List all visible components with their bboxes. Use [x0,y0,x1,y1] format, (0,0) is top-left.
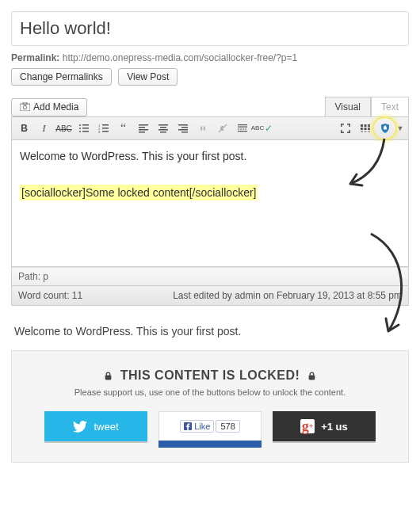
svg-rect-16 [139,127,145,128]
svg-rect-37 [368,128,370,130]
svg-rect-36 [364,128,366,130]
fullscreen-button[interactable] [336,120,354,137]
bullet-list-button[interactable] [74,120,93,137]
svg-rect-40 [368,131,370,132]
camera-icon [20,102,30,113]
svg-text:3: 3 [98,130,101,134]
number-list-button[interactable]: 123 [94,120,113,137]
svg-rect-25 [178,129,188,131]
svg-rect-31 [238,131,247,132]
editor-highlighted-shortcode: [sociallocker]Some locked content[/socia… [20,185,258,200]
tweet-button[interactable]: tweet [44,411,147,441]
lock-icon [307,372,316,380]
svg-point-5 [79,131,81,132]
svg-rect-41 [105,375,111,380]
svg-rect-21 [158,129,168,131]
lock-icon [104,372,113,380]
svg-line-27 [219,124,227,132]
editor-toolbar: B I ABC 123 “ ABC✓ ▼ [11,116,409,140]
link-button[interactable] [193,120,212,137]
svg-rect-39 [364,131,366,132]
editor-tabs: Visual Text [325,97,409,116]
add-media-label: Add Media [33,101,78,113]
svg-rect-23 [178,124,188,126]
locker-subtitle: Please support us, use one of the button… [26,387,394,397]
italic-button[interactable]: I [35,120,53,137]
svg-rect-38 [361,131,363,132]
blockquote-button[interactable]: “ [114,120,132,137]
tab-visual[interactable]: Visual [325,97,371,116]
more-tag-button[interactable] [233,120,251,137]
last-edited: Last edited by admin on February 19, 201… [173,290,402,301]
permalink-line: Permalink: http://demo.onepress-media.co… [11,52,409,63]
tab-text[interactable]: Text [371,97,409,116]
svg-rect-8 [82,131,89,132]
svg-point-4 [79,128,81,129]
svg-rect-42 [309,375,315,380]
permalink-label: Permalink: [11,52,59,63]
facebook-icon [184,422,192,430]
svg-rect-35 [361,128,363,130]
preview-text: Welcome to WordPress. This is your first… [0,306,420,338]
strikethrough-button[interactable]: ABC [55,120,73,137]
svg-rect-18 [139,132,145,133]
svg-rect-6 [82,124,89,126]
align-right-button[interactable] [174,120,192,137]
svg-rect-9 [102,124,109,126]
kitchen-sink-button[interactable] [356,120,374,137]
bold-button[interactable]: B [15,120,33,137]
svg-rect-34 [368,124,370,127]
locker-panel: THIS CONTENT IS LOCKED! Please support u… [11,350,409,463]
permalink-url: http://demo.onepress-media.com/socialloc… [63,52,297,63]
svg-rect-11 [102,131,109,132]
svg-rect-22 [160,132,166,133]
add-media-button[interactable]: Add Media [11,98,87,116]
view-post-button[interactable]: View Post [118,68,178,86]
change-permalinks-button[interactable]: Change Permalinks [11,68,112,86]
align-center-button[interactable] [154,120,172,137]
fb-under-bar [158,441,262,448]
svg-rect-26 [181,132,188,133]
gplus-icon: g+ [300,419,315,433]
svg-rect-10 [102,128,109,129]
gplus-label: +1 us [321,421,348,433]
twitter-icon [73,421,87,433]
svg-rect-29 [238,127,247,128]
svg-point-3 [79,124,81,126]
svg-rect-15 [139,124,148,126]
svg-rect-24 [181,127,188,128]
svg-rect-19 [158,124,168,126]
facebook-like-button[interactable]: Like 578 [158,411,262,441]
locker-title: THIS CONTENT IS LOCKED! [26,368,394,383]
unlink-button[interactable] [213,120,231,137]
editor-status-bar: Word count: 11 Last edited by admin on F… [11,286,409,306]
editor-line-1: Welcome to WordPress. This is your first… [20,150,400,162]
editor-content[interactable]: Welcome to WordPress. This is your first… [11,140,409,267]
like-count: 578 [216,420,239,433]
svg-rect-20 [160,127,166,128]
svg-rect-33 [364,124,366,127]
svg-rect-32 [361,124,363,127]
spellcheck-button[interactable]: ABC✓ [253,120,271,137]
word-count: Word count: 11 [18,290,82,301]
sociallocker-button[interactable] [376,120,394,137]
svg-rect-28 [238,124,247,125]
align-left-button[interactable] [134,120,152,137]
editor-path-bar: Path: p [11,267,409,286]
tweet-label: tweet [94,421,118,433]
google-plus-button[interactable]: g+ +1 us [273,411,376,441]
svg-rect-17 [139,129,148,131]
highlight-circle [372,116,397,140]
svg-rect-7 [82,128,89,129]
post-title-input[interactable] [11,11,409,46]
like-label: Like [194,422,210,431]
svg-point-2 [23,105,26,109]
